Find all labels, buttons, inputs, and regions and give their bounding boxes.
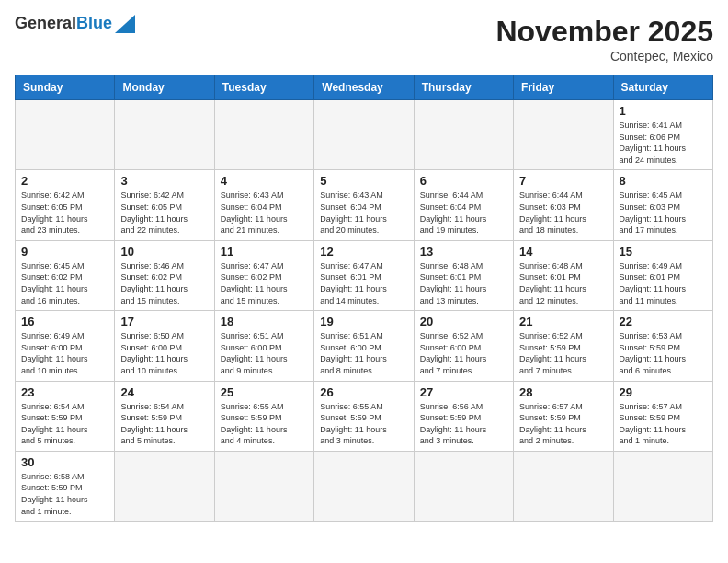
day-number: 4 — [221, 174, 308, 188]
calendar-cell: 16Sunrise: 6:49 AM Sunset: 6:00 PM Dayli… — [16, 311, 115, 381]
day-number: 22 — [620, 315, 707, 328]
day-info: Sunrise: 6:42 AM Sunset: 6:05 PM Dayligh… — [21, 190, 108, 236]
calendar-cell: 4Sunrise: 6:43 AM Sunset: 6:04 PM Daylig… — [214, 170, 313, 240]
calendar-cell: 11Sunrise: 6:47 AM Sunset: 6:02 PM Dayli… — [214, 240, 313, 310]
day-info: Sunrise: 6:55 AM Sunset: 5:59 PM Dayligh… — [221, 401, 308, 447]
day-info: Sunrise: 6:52 AM Sunset: 5:59 PM Dayligh… — [519, 330, 607, 376]
day-number: 13 — [420, 245, 507, 259]
calendar-cell — [514, 451, 613, 521]
day-number: 17 — [120, 315, 208, 328]
day-info: Sunrise: 6:51 AM Sunset: 6:00 PM Dayligh… — [320, 330, 407, 376]
calendar-cell: 14Sunrise: 6:48 AM Sunset: 6:01 PM Dayli… — [514, 240, 613, 310]
day-info: Sunrise: 6:48 AM Sunset: 6:01 PM Dayligh… — [420, 260, 507, 306]
day-info: Sunrise: 6:42 AM Sunset: 6:05 PM Dayligh… — [120, 190, 208, 236]
calendar-cell: 10Sunrise: 6:46 AM Sunset: 6:02 PM Dayli… — [115, 240, 214, 310]
day-info: Sunrise: 6:47 AM Sunset: 6:02 PM Dayligh… — [221, 260, 308, 306]
day-number: 8 — [620, 174, 707, 188]
day-info: Sunrise: 6:54 AM Sunset: 5:59 PM Dayligh… — [21, 401, 108, 447]
day-number: 20 — [420, 315, 507, 328]
day-info: Sunrise: 6:41 AM Sunset: 6:06 PM Dayligh… — [620, 120, 707, 166]
logo: GeneralBlue — [15, 15, 135, 33]
day-number: 23 — [21, 385, 108, 399]
day-info: Sunrise: 6:48 AM Sunset: 6:01 PM Dayligh… — [519, 260, 607, 306]
day-info: Sunrise: 6:57 AM Sunset: 5:59 PM Dayligh… — [620, 401, 707, 447]
col-header-monday: Monday — [115, 75, 214, 100]
day-number: 6 — [420, 174, 507, 188]
day-info: Sunrise: 6:44 AM Sunset: 6:04 PM Dayligh… — [420, 190, 507, 236]
calendar-cell — [414, 451, 513, 521]
day-number: 29 — [620, 385, 707, 399]
calendar-cell: 26Sunrise: 6:55 AM Sunset: 5:59 PM Dayli… — [314, 381, 414, 451]
day-info: Sunrise: 6:49 AM Sunset: 6:01 PM Dayligh… — [620, 260, 707, 306]
calendar-cell — [414, 100, 513, 170]
calendar-cell: 3Sunrise: 6:42 AM Sunset: 6:05 PM Daylig… — [115, 170, 214, 240]
day-number: 28 — [519, 385, 607, 399]
month-title: November 2025 — [495, 15, 713, 49]
calendar-cell: 21Sunrise: 6:52 AM Sunset: 5:59 PM Dayli… — [514, 311, 613, 381]
col-header-tuesday: Tuesday — [214, 75, 313, 100]
day-info: Sunrise: 6:45 AM Sunset: 6:03 PM Dayligh… — [620, 190, 707, 236]
day-number: 16 — [21, 315, 108, 328]
day-info: Sunrise: 6:49 AM Sunset: 6:00 PM Dayligh… — [21, 330, 108, 376]
calendar-header-row: SundayMondayTuesdayWednesdayThursdayFrid… — [16, 75, 713, 100]
calendar-cell: 5Sunrise: 6:43 AM Sunset: 6:04 PM Daylig… — [314, 170, 414, 240]
calendar-cell — [214, 451, 313, 521]
col-header-thursday: Thursday — [414, 75, 513, 100]
day-number: 14 — [519, 245, 607, 259]
day-info: Sunrise: 6:46 AM Sunset: 6:02 PM Dayligh… — [120, 260, 208, 306]
day-info: Sunrise: 6:58 AM Sunset: 5:59 PM Dayligh… — [21, 471, 108, 517]
calendar-week-row: 30Sunrise: 6:58 AM Sunset: 5:59 PM Dayli… — [16, 451, 713, 521]
logo-blue: Blue — [76, 14, 112, 32]
logo-general: General — [15, 14, 76, 32]
calendar-cell: 30Sunrise: 6:58 AM Sunset: 5:59 PM Dayli… — [16, 451, 115, 521]
calendar-cell: 7Sunrise: 6:44 AM Sunset: 6:03 PM Daylig… — [514, 170, 613, 240]
calendar-cell: 9Sunrise: 6:45 AM Sunset: 6:02 PM Daylig… — [16, 240, 115, 310]
calendar-week-row: 1Sunrise: 6:41 AM Sunset: 6:06 PM Daylig… — [16, 100, 713, 170]
header: GeneralBlue November 2025 Contepec, Mexi… — [15, 15, 713, 63]
calendar-cell: 12Sunrise: 6:47 AM Sunset: 6:01 PM Dayli… — [314, 240, 414, 310]
calendar-cell — [214, 100, 313, 170]
calendar-cell: 24Sunrise: 6:54 AM Sunset: 5:59 PM Dayli… — [115, 381, 214, 451]
col-header-wednesday: Wednesday — [314, 75, 414, 100]
calendar-week-row: 2Sunrise: 6:42 AM Sunset: 6:05 PM Daylig… — [16, 170, 713, 240]
calendar-cell: 2Sunrise: 6:42 AM Sunset: 6:05 PM Daylig… — [16, 170, 115, 240]
day-info: Sunrise: 6:56 AM Sunset: 5:59 PM Dayligh… — [420, 401, 507, 447]
calendar-cell: 25Sunrise: 6:55 AM Sunset: 5:59 PM Dayli… — [214, 381, 313, 451]
day-number: 9 — [21, 245, 108, 259]
calendar-cell: 22Sunrise: 6:53 AM Sunset: 5:59 PM Dayli… — [613, 311, 712, 381]
calendar-cell — [115, 100, 214, 170]
calendar-cell: 1Sunrise: 6:41 AM Sunset: 6:06 PM Daylig… — [613, 100, 712, 170]
day-number: 1 — [620, 104, 707, 118]
day-number: 12 — [320, 245, 407, 259]
day-number: 10 — [120, 245, 208, 259]
col-header-friday: Friday — [514, 75, 613, 100]
calendar-cell: 28Sunrise: 6:57 AM Sunset: 5:59 PM Dayli… — [514, 381, 613, 451]
day-number: 25 — [221, 385, 308, 399]
calendar-cell: 15Sunrise: 6:49 AM Sunset: 6:01 PM Dayli… — [613, 240, 712, 310]
day-info: Sunrise: 6:43 AM Sunset: 6:04 PM Dayligh… — [221, 190, 308, 236]
day-number: 11 — [221, 245, 308, 259]
calendar-cell: 18Sunrise: 6:51 AM Sunset: 6:00 PM Dayli… — [214, 311, 313, 381]
calendar-cell — [613, 451, 712, 521]
day-info: Sunrise: 6:57 AM Sunset: 5:59 PM Dayligh… — [519, 401, 607, 447]
day-info: Sunrise: 6:47 AM Sunset: 6:01 PM Dayligh… — [320, 260, 407, 306]
calendar-cell: 20Sunrise: 6:52 AM Sunset: 6:00 PM Dayli… — [414, 311, 513, 381]
day-info: Sunrise: 6:53 AM Sunset: 5:59 PM Dayligh… — [620, 330, 707, 376]
calendar-cell — [314, 100, 414, 170]
day-info: Sunrise: 6:51 AM Sunset: 6:00 PM Dayligh… — [221, 330, 308, 376]
calendar-cell: 19Sunrise: 6:51 AM Sunset: 6:00 PM Dayli… — [314, 311, 414, 381]
title-block: November 2025 Contepec, Mexico — [495, 15, 713, 63]
day-number: 24 — [120, 385, 208, 399]
day-number: 15 — [620, 245, 707, 259]
day-info: Sunrise: 6:52 AM Sunset: 6:00 PM Dayligh… — [420, 330, 507, 376]
day-info: Sunrise: 6:45 AM Sunset: 6:02 PM Dayligh… — [21, 260, 108, 306]
logo-icon — [115, 15, 135, 33]
day-number: 19 — [320, 315, 407, 328]
calendar-cell: 6Sunrise: 6:44 AM Sunset: 6:04 PM Daylig… — [414, 170, 513, 240]
calendar-cell: 27Sunrise: 6:56 AM Sunset: 5:59 PM Dayli… — [414, 381, 513, 451]
day-info: Sunrise: 6:43 AM Sunset: 6:04 PM Dayligh… — [320, 190, 407, 236]
day-number: 7 — [519, 174, 607, 188]
day-info: Sunrise: 6:44 AM Sunset: 6:03 PM Dayligh… — [519, 190, 607, 236]
calendar-cell: 8Sunrise: 6:45 AM Sunset: 6:03 PM Daylig… — [613, 170, 712, 240]
calendar-cell: 29Sunrise: 6:57 AM Sunset: 5:59 PM Dayli… — [613, 381, 712, 451]
